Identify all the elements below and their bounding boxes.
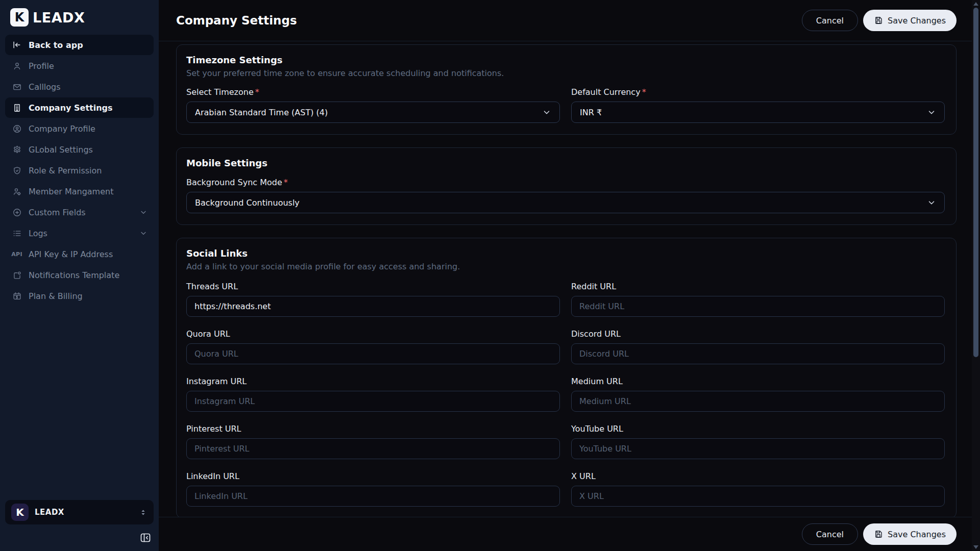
- save-label: Save Changes: [888, 16, 946, 26]
- brand-name: LEADX: [33, 10, 85, 26]
- currency-label: Default Currency*: [571, 87, 945, 97]
- sidebar-item-role-permission[interactable]: Role & Permission: [5, 160, 154, 181]
- field-label: LinkedIn URL: [186, 471, 560, 481]
- threads-url-input[interactable]: [186, 296, 560, 317]
- save-icon: [874, 530, 883, 539]
- footer-action-bar: Cancel Save Changes: [159, 517, 972, 551]
- section-subtitle: Add a link to your social media profile …: [186, 262, 945, 271]
- scrollbar-thumb[interactable]: [973, 8, 978, 357]
- timezone-label: Select Timezone*: [186, 87, 560, 97]
- user-circle-icon: [11, 124, 22, 134]
- required-asterisk: *: [642, 87, 646, 97]
- back-arrow-icon: [11, 40, 22, 50]
- timezone-select[interactable]: Arabian Standard Time (AST) (4): [186, 102, 560, 123]
- collapse-sidebar-button[interactable]: [139, 532, 152, 544]
- cancel-label: Cancel: [816, 16, 844, 26]
- field-label: Quora URL: [186, 329, 560, 339]
- sidebar-item-plan-billing[interactable]: Plan & Billing: [5, 286, 154, 306]
- building-icon: [11, 103, 22, 113]
- sidebar-item-company-settings[interactable]: Company Settings: [5, 97, 154, 118]
- sidebar-item-label: Member Mangament: [29, 187, 113, 196]
- youtube-url-field: YouTube URL: [571, 424, 945, 459]
- medium-url-input[interactable]: [571, 391, 945, 412]
- sync-mode-select[interactable]: Background Continuously: [186, 192, 945, 213]
- gear-icon: [11, 145, 22, 155]
- page-title: Company Settings: [176, 14, 297, 27]
- field-label: Reddit URL: [571, 282, 945, 291]
- footer-cancel-button[interactable]: Cancel: [802, 523, 858, 545]
- cancel-label: Cancel: [816, 530, 844, 539]
- scroll-down-arrow-icon[interactable]: [973, 545, 978, 549]
- sidebar-item-profile[interactable]: Profile: [5, 56, 154, 76]
- timezone-selected-value: Arabian Standard Time (AST) (4): [195, 108, 328, 117]
- back-to-app-button[interactable]: Back to app: [5, 35, 154, 55]
- list-icon: [11, 229, 22, 238]
- instagram-url-input[interactable]: [186, 391, 560, 412]
- user-gear-icon: [11, 187, 22, 196]
- section-title: Social Links: [186, 248, 945, 259]
- linkedin-url-field: LinkedIn URL: [186, 471, 560, 507]
- timezone-settings-card: Timezone Settings Set your preferred tim…: [176, 44, 957, 135]
- sidebar-item-logs[interactable]: Logs: [5, 223, 154, 243]
- section-subtitle: Set your preferred time zone to ensure a…: [186, 68, 945, 78]
- settings-content: Timezone Settings Set your preferred tim…: [159, 41, 972, 517]
- sidebar-item-custom-fields[interactable]: Custom Fields: [5, 202, 154, 222]
- youtube-url-input[interactable]: [571, 438, 945, 459]
- scroll-up-arrow-icon[interactable]: [973, 2, 978, 6]
- reddit-url-input[interactable]: [571, 296, 945, 317]
- main-area: Company Settings Cancel Save Changes Tim…: [159, 0, 972, 551]
- save-changes-button[interactable]: Save Changes: [863, 10, 957, 31]
- sidebar-item-member-management[interactable]: Member Mangament: [5, 181, 154, 202]
- section-title: Timezone Settings: [186, 55, 945, 65]
- sidebar-item-label: Logs: [29, 229, 47, 238]
- field-label: Threads URL: [186, 282, 560, 291]
- sidebar-item-label: Custom Fields: [29, 208, 86, 217]
- workspace-switcher[interactable]: K LEADX: [5, 500, 154, 524]
- currency-label-text: Default Currency: [571, 87, 641, 97]
- quora-url-input[interactable]: [186, 343, 560, 364]
- field-label: Instagram URL: [186, 377, 560, 386]
- sidebar-item-api-key[interactable]: API API Key & IP Address: [5, 244, 154, 264]
- footer-save-changes-button[interactable]: Save Changes: [863, 523, 957, 545]
- api-icon: API: [11, 251, 22, 258]
- notification-icon: [11, 270, 22, 280]
- chevron-down-icon: [927, 198, 936, 207]
- x-url-input[interactable]: [571, 486, 945, 507]
- sync-mode-label: Background Sync Mode*: [186, 178, 945, 187]
- sidebar-item-label: Notifications Template: [29, 270, 119, 280]
- currency-select[interactable]: INR ₹: [571, 102, 945, 123]
- save-label: Save Changes: [888, 530, 946, 539]
- scrollbar[interactable]: [972, 0, 980, 551]
- chevron-down-icon: [542, 108, 551, 117]
- section-title: Mobile Settings: [186, 158, 945, 168]
- sidebar-item-label: Calllogs: [29, 82, 61, 92]
- sidebar-item-label: Role & Permission: [29, 166, 102, 176]
- field-label: Medium URL: [571, 377, 945, 386]
- pinterest-url-field: Pinterest URL: [186, 424, 560, 459]
- sync-mode-field: Background Sync Mode* Background Continu…: [186, 178, 945, 213]
- plus-circle-icon: [11, 208, 22, 217]
- brand-logo: K LEADX: [5, 7, 154, 35]
- sidebar-item-notifications-template[interactable]: Notifications Template: [5, 265, 154, 285]
- brand-logo-letter: K: [15, 10, 24, 24]
- instagram-url-field: Instagram URL: [186, 377, 560, 412]
- field-label: Pinterest URL: [186, 424, 560, 434]
- chevron-down-icon: [139, 229, 148, 237]
- discord-url-input[interactable]: [571, 343, 945, 364]
- linkedin-url-input[interactable]: [186, 486, 560, 507]
- sidebar-item-global-settings[interactable]: GLobal Settings: [5, 139, 154, 160]
- sidebar-item-label: Profile: [29, 61, 54, 71]
- workspace-logo: K: [11, 504, 29, 521]
- sidebar-item-label: API Key & IP Address: [29, 249, 113, 259]
- sync-mode-label-text: Background Sync Mode: [186, 178, 282, 187]
- sidebar-item-label: Company Settings: [29, 103, 113, 113]
- shield-icon: [11, 166, 22, 176]
- pinterest-url-input[interactable]: [186, 438, 560, 459]
- sidebar-item-calllogs[interactable]: Calllogs: [5, 77, 154, 97]
- sidebar-item-company-profile[interactable]: Company Profile: [5, 118, 154, 139]
- cancel-button[interactable]: Cancel: [802, 10, 858, 31]
- mail-icon: [11, 82, 22, 92]
- x-url-field: X URL: [571, 471, 945, 507]
- currency-selected-value: INR ₹: [580, 108, 602, 117]
- brand-logo-icon: K: [10, 8, 29, 27]
